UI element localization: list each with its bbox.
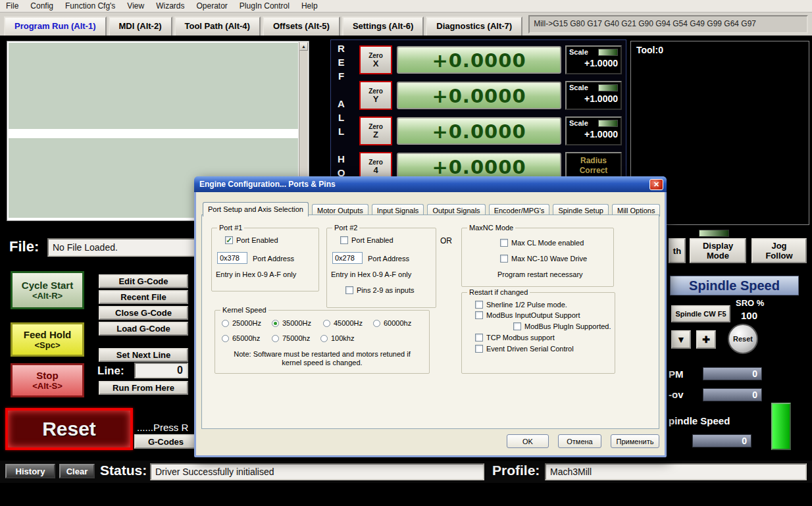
edit-gcode-button[interactable]: Edit G-Code: [99, 274, 188, 288]
menu-config[interactable]: Config: [24, 0, 59, 12]
port1-address-input[interactable]: [217, 252, 247, 264]
tab-program-run[interactable]: Program Run (Alt-1): [4, 16, 107, 36]
reset-button[interactable]: Reset: [5, 408, 133, 450]
sherline-pulse-label: Sherline 1/2 Pulse mode.: [486, 301, 567, 309]
cancel-button[interactable]: Отмена: [558, 434, 601, 448]
menu-help[interactable]: Help: [295, 0, 324, 12]
tab-settings[interactable]: Settings (Alt-6): [342, 16, 424, 36]
scale-z-value: +1.0000: [569, 129, 618, 139]
cycle-start-button[interactable]: Cycle Start <Alt-R>: [11, 271, 84, 309]
max-nc10-wave-checkbox[interactable]: Max NC-10 Wave Drive: [500, 255, 587, 263]
maxnc-group: MaxNC Mode Max CL Mode enabled Max NC-10…: [461, 228, 614, 287]
kernel-35000hz-label: 35000Hz: [282, 319, 311, 327]
status-message-box: Driver Successfully initialised: [150, 463, 484, 480]
jog-follow-button[interactable]: Jog Follow: [751, 238, 807, 263]
port1-enabled-label: Port Enabled: [236, 236, 278, 244]
run-from-here-button[interactable]: Run From Here: [99, 381, 188, 395]
scale-z-widget[interactable]: Scale +1.0000: [565, 116, 622, 145]
dialog-title-bar[interactable]: Engine Configuration... Ports & Pins ✕: [194, 176, 667, 192]
sherline-pulse-checkbox[interactable]: Sherline 1/2 Pulse mode.: [475, 301, 567, 309]
scale-x-widget[interactable]: Scale +1.0000: [565, 45, 622, 74]
port1-group: Port #1 ✓ Port Enabled Port Address Entr…: [211, 228, 319, 291]
rpm-label-partial: PM: [669, 368, 684, 380]
profile-label: Profile:: [492, 463, 540, 478]
modbus-plugin-checkbox[interactable]: ModBus PlugIn Supported.: [513, 322, 611, 330]
max-cl-mode-checkbox[interactable]: Max CL Mode enabled: [500, 239, 584, 247]
line-number-box[interactable]: 0: [134, 363, 188, 378]
kernel-60000hz-label: 60000hz: [384, 319, 411, 327]
kernel-45000hz-label: 45000Hz: [334, 319, 363, 327]
spindle-cw-button[interactable]: Spindle CW F5: [671, 305, 730, 322]
modbus-io-checkbox[interactable]: ModBus InputOutput Support: [475, 311, 580, 319]
zero-z-axis: Z: [373, 130, 378, 139]
check-icon: ✓: [226, 236, 232, 245]
kernel-65000hz-label: 65000hz: [232, 334, 260, 342]
menu-operator[interactable]: Operator: [191, 0, 234, 12]
restart-group-title: Restart if changed: [467, 288, 530, 296]
spindle-speed-header: Spindle Speed: [670, 276, 799, 295]
tab-diagnostics[interactable]: Diagnostics (Alt-7): [426, 16, 522, 36]
kernel-35000hz-radio[interactable]: 35000Hz: [272, 319, 311, 327]
menu-file[interactable]: File: [0, 0, 24, 12]
scale-led-icon: [598, 120, 618, 127]
spindle-speed-slider[interactable]: [771, 403, 791, 450]
display-mode-button[interactable]: Display Mode: [690, 238, 746, 263]
tab-tool-path[interactable]: Tool Path (Alt-4): [174, 16, 261, 36]
zero-4-axis: 4: [373, 166, 378, 175]
kernel-75000hz-radio[interactable]: 75000hz: [272, 334, 310, 342]
ok-button[interactable]: OK: [507, 434, 549, 448]
spindle-reset-button[interactable]: Reset: [728, 324, 758, 354]
tcp-modbus-checkbox[interactable]: TCP Modbus support: [475, 334, 555, 342]
tab-offsets[interactable]: Offsets (Alt-5): [263, 16, 340, 36]
stop-line2: <Alt-S>: [32, 381, 63, 391]
zero-x-button[interactable]: Zero X: [359, 45, 392, 74]
zero-z-button[interactable]: Zero Z: [359, 116, 392, 145]
dro-z-readout[interactable]: +0.0000: [397, 117, 561, 145]
kernel-65000hz-radio[interactable]: 65000hz: [222, 334, 260, 342]
spindle-up-icon[interactable]: ✚: [696, 330, 716, 349]
set-next-line-button[interactable]: Set Next Line: [99, 348, 188, 362]
port1-address-label: Port Address: [253, 255, 294, 263]
event-driven-serial-checkbox[interactable]: Event Driven Serial Control: [475, 345, 574, 353]
kernel-100khz-radio[interactable]: 100khz: [320, 334, 354, 342]
menu-function-cfgs[interactable]: Function Cfg's: [59, 0, 121, 12]
dro-x-readout[interactable]: +0.0000: [397, 46, 561, 74]
dialog-tab-strip: Port Setup and Axis Selection Motor Outp…: [203, 202, 661, 215]
gcodes-button[interactable]: G-Codes: [134, 434, 197, 449]
apply-button[interactable]: Применить: [611, 434, 659, 448]
pins-2-9-inputs-checkbox[interactable]: Pins 2-9 as inputs: [345, 286, 414, 294]
modbus-io-label: ModBus InputOutput Support: [486, 311, 580, 319]
recent-file-button[interactable]: Recent File: [99, 290, 188, 304]
zero-4-label: Zero: [368, 159, 383, 166]
port1-group-title: Port #1: [217, 224, 244, 232]
maxnc-group-title: MaxNC Mode: [467, 224, 515, 232]
kernel-100khz-label: 100khz: [331, 334, 354, 342]
or-label: OR: [440, 236, 452, 245]
load-gcode-button[interactable]: Load G-Code: [99, 322, 188, 336]
spindle-down-icon[interactable]: ▼: [671, 330, 691, 349]
stop-button[interactable]: Stop <Alt-S>: [11, 363, 84, 397]
regen-toolpath-button-partial[interactable]: th: [669, 238, 686, 263]
kernel-75000hz-label: 75000hz: [282, 334, 310, 342]
history-button[interactable]: History: [5, 464, 55, 478]
feed-hold-button[interactable]: Feed Hold <Spc>: [11, 322, 84, 357]
scale-x-value: +1.0000: [569, 58, 618, 68]
close-icon[interactable]: ✕: [649, 179, 663, 190]
zero-y-button[interactable]: Zero Y: [359, 81, 392, 110]
menu-plugin-control[interactable]: PlugIn Control: [234, 0, 295, 12]
tab-port-setup[interactable]: Port Setup and Axis Selection: [203, 202, 309, 216]
menu-wizards[interactable]: Wizards: [150, 0, 190, 12]
port1-enabled-checkbox[interactable]: ✓ Port Enabled: [225, 236, 278, 244]
port2-enabled-checkbox[interactable]: Port Enabled: [340, 236, 393, 244]
dro-y-readout[interactable]: +0.0000: [397, 82, 561, 109]
close-gcode-button[interactable]: Close G-Code: [99, 306, 188, 320]
scroll-up-icon[interactable]: ▲: [299, 42, 308, 51]
kernel-60000hz-radio[interactable]: 60000hz: [373, 319, 411, 327]
clear-button[interactable]: Clear: [59, 464, 95, 478]
tab-mdi[interactable]: MDI (Alt-2): [109, 16, 172, 36]
port2-address-input[interactable]: [332, 252, 363, 264]
kernel-25000hz-radio[interactable]: 25000Hz: [222, 319, 261, 327]
menu-view[interactable]: View: [121, 0, 150, 12]
scale-y-widget[interactable]: Scale +1.0000: [565, 81, 622, 110]
kernel-45000hz-radio[interactable]: 45000Hz: [323, 319, 363, 327]
